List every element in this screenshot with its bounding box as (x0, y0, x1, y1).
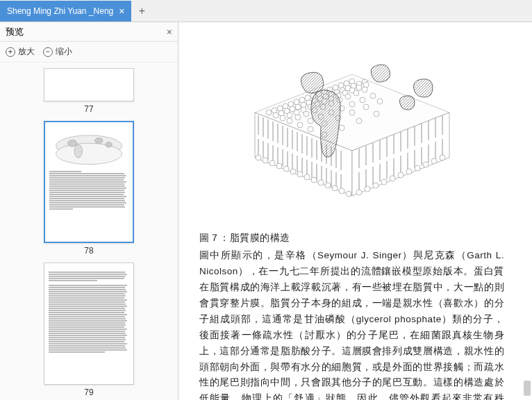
svg-point-150 (290, 169, 296, 174)
svg-point-63 (297, 122, 303, 128)
svg-point-78 (339, 125, 344, 131)
svg-point-75 (363, 104, 369, 110)
svg-point-55 (304, 111, 309, 117)
svg-point-70 (370, 93, 376, 99)
svg-point-148 (276, 163, 282, 169)
svg-point-80 (374, 111, 379, 117)
scrollbar-thumb[interactable] (524, 381, 531, 396)
svg-point-22 (349, 78, 355, 84)
svg-point-68 (349, 101, 355, 107)
thumbnail-item[interactable]: 78 (0, 121, 178, 256)
svg-point-60 (345, 94, 351, 99)
svg-point-158 (346, 191, 351, 197)
svg-point-167 (423, 162, 429, 167)
workspace: 预览 × + 放大 − 缩小 77 (0, 22, 532, 400)
svg-point-64 (308, 118, 313, 124)
thumbnail-item[interactable]: 77 (0, 68, 178, 114)
svg-point-157 (339, 188, 344, 194)
svg-point-61 (354, 90, 359, 96)
zoom-out-label: 缩小 (56, 46, 72, 58)
thumb-text-preview (49, 267, 129, 353)
document-tab[interactable]: Sheng Ming Zhi Yuan _Neng × (0, 1, 131, 22)
zoom-in-button[interactable]: + 放大 (6, 46, 35, 58)
svg-point-9 (277, 106, 283, 111)
svg-point-27 (295, 104, 301, 110)
svg-point-165 (406, 169, 412, 174)
main-document-view[interactable]: 圖７：脂質膜的構造 圖中所顯示的，是辛格（Seymour J. Singer）與… (178, 22, 532, 400)
page-number-label: 77 (84, 104, 93, 114)
page-thumbnail-77[interactable] (44, 68, 134, 101)
svg-point-20 (338, 83, 344, 88)
svg-point-156 (332, 185, 338, 191)
svg-point-13 (299, 97, 305, 103)
page-thumbnail-79[interactable] (44, 262, 134, 385)
svg-point-19 (333, 85, 338, 90)
svg-point-8 (272, 108, 277, 113)
svg-point-23 (273, 112, 279, 118)
svg-point-3 (95, 138, 103, 144)
figure-caption: 圖７：脂質膜的構造 圖中所顯示的，是辛格（Seymour J. Singer）與… (199, 231, 504, 400)
new-tab-button[interactable]: + (131, 1, 152, 22)
svg-point-147 (269, 160, 275, 166)
svg-point-69 (360, 97, 365, 103)
svg-point-52 (363, 82, 369, 88)
page-78: 圖７：脂質膜的構造 圖中所顯示的，是辛格（Seymour J. Singer）與… (178, 22, 532, 400)
svg-point-149 (283, 166, 289, 172)
svg-point-169 (440, 155, 445, 160)
figure-title: 圖７：脂質膜的構造 (199, 231, 504, 247)
svg-point-62 (362, 87, 367, 92)
thumb-text-preview (49, 171, 128, 210)
svg-point-155 (325, 183, 331, 188)
svg-point-146 (263, 158, 268, 163)
sidebar-header: 预览 × (0, 22, 178, 42)
zoom-out-icon: − (43, 47, 53, 57)
thumbnail-list[interactable]: 77 (0, 62, 178, 400)
svg-point-168 (431, 158, 437, 164)
svg-point-10 (283, 103, 288, 109)
lipid-membrane-figure-icon (234, 36, 470, 217)
svg-point-151 (297, 172, 303, 177)
zoom-controls: + 放大 − 缩小 (0, 42, 178, 62)
tab-title: Sheng Ming Zhi Yuan _Neng (7, 6, 113, 16)
svg-point-160 (365, 186, 370, 192)
sidebar-title: 预览 (6, 26, 24, 38)
preview-sidebar: 预览 × + 放大 − 缩小 77 (0, 22, 178, 400)
page-number-label: 78 (84, 246, 93, 256)
svg-point-14 (305, 95, 310, 101)
zoom-in-icon: + (6, 47, 15, 57)
svg-point-153 (311, 177, 317, 183)
close-tab-icon[interactable]: × (119, 6, 124, 17)
svg-point-21 (344, 81, 349, 86)
svg-point-164 (398, 172, 404, 178)
svg-point-166 (415, 165, 420, 171)
svg-point-51 (356, 85, 362, 90)
svg-point-79 (356, 118, 362, 124)
page-number-label: 79 (84, 388, 93, 397)
svg-point-154 (318, 180, 324, 185)
close-sidebar-icon[interactable]: × (167, 26, 172, 38)
tab-bar: Sheng Ming Zhi Yuan _Neng × + (0, 0, 532, 22)
svg-point-74 (349, 110, 355, 115)
svg-point-5 (74, 144, 82, 158)
svg-point-40 (280, 115, 285, 121)
thumbnail-item[interactable]: 79 (0, 262, 178, 397)
svg-point-42 (294, 110, 299, 115)
svg-point-145 (256, 155, 261, 160)
svg-point-152 (304, 174, 310, 180)
svg-point-53 (287, 118, 292, 124)
svg-point-11 (288, 101, 294, 107)
membrane-figure-thumb-icon (49, 126, 128, 168)
svg-point-54 (295, 115, 301, 120)
zoom-out-button[interactable]: − 缩小 (43, 46, 72, 58)
zoom-in-label: 放大 (18, 46, 35, 58)
page-thumbnail-78[interactable] (44, 121, 134, 243)
svg-point-162 (381, 179, 387, 185)
figure-caption-body: 圖中所顯示的，是辛格（Seymour J. Singer）與尼克森（Garth … (199, 248, 504, 400)
svg-point-71 (308, 126, 313, 132)
svg-point-159 (356, 190, 362, 195)
svg-point-76 (377, 99, 383, 104)
svg-point-7 (266, 110, 272, 115)
svg-point-2 (68, 140, 77, 147)
svg-point-12 (294, 99, 299, 105)
svg-point-1 (56, 143, 122, 164)
